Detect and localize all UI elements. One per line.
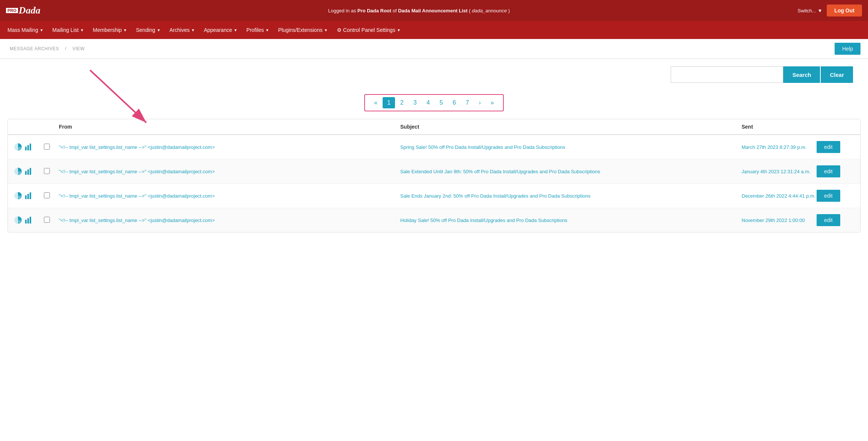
row-4-checkbox-cell	[44, 217, 59, 224]
help-button[interactable]: Help	[835, 43, 860, 55]
pagination-page-2-button[interactable]: 2	[396, 97, 408, 108]
row-2-subject: Sale Extended Until Jan 9th: 50% off Pro…	[400, 169, 742, 174]
nav-control-panel-label: Control Panel Settings	[343, 27, 395, 33]
bar-chart-icon[interactable]	[24, 167, 33, 176]
pagination-page-7-button[interactable]: 7	[461, 97, 474, 108]
header-login-info: Logged in as Pro Dada Root of Dada Mail …	[328, 8, 510, 14]
login-list: Dada Mail Announcement List	[398, 8, 467, 14]
login-of: of	[391, 8, 398, 14]
search-button[interactable]: Search	[783, 66, 820, 83]
nav-mailing-list-label: Mailing List	[53, 27, 79, 33]
table-header: From Subject Sent	[8, 119, 860, 135]
row-1-sent: March 27th 2023 8:27:39 p.m.	[742, 144, 817, 150]
row-2-checkbox-cell	[44, 168, 59, 175]
clear-button[interactable]: Clear	[821, 66, 853, 83]
row-1-edit-button[interactable]: edit	[817, 141, 840, 153]
header-sent: Sent	[742, 124, 817, 130]
nav-item-control-panel[interactable]: ⚙ Control Panel Settings ▼	[332, 21, 405, 39]
row-4-icons	[14, 216, 44, 224]
row-4-from: "<!-- tmpl_var list_settings.list_name -…	[59, 218, 400, 223]
nav-gear-icon: ⚙	[337, 27, 342, 33]
row-3-subject: Sale Ends January 2nd: 50% off Pro Dada …	[400, 193, 742, 199]
nav-membership-label: Membership	[93, 27, 122, 33]
nav-item-archives[interactable]: Archives ▼	[165, 21, 200, 39]
table-row: "<!-- tmpl_var list_settings.list_name -…	[8, 208, 860, 232]
bar-chart-icon[interactable]	[24, 143, 33, 151]
nav-sending-label: Sending	[136, 27, 155, 33]
row-1-subject: Spring Sale! 50% off Pro Dada Install/Up…	[400, 144, 742, 150]
nav-item-profiles[interactable]: Profiles ▼	[242, 21, 274, 39]
header-subject: Subject	[400, 124, 742, 130]
search-area: Search Clear	[0, 59, 868, 90]
pagination-page-5-button[interactable]: 5	[435, 97, 448, 108]
nav-item-sending[interactable]: Sending ▼	[131, 21, 165, 39]
logo: PRO Dada	[6, 5, 41, 16]
bar-chart-icon[interactable]	[24, 216, 33, 224]
nav-profiles-label: Profiles	[246, 27, 264, 33]
row-2-from: "<!-- tmpl_var list_settings.list_name -…	[59, 169, 400, 174]
svg-rect-3	[25, 147, 27, 150]
pie-chart-icon[interactable]	[14, 216, 22, 224]
logout-button[interactable]: Log Out	[827, 4, 862, 16]
breadcrumb-part2: VIEW	[72, 46, 85, 51]
header-from: From	[59, 124, 400, 130]
row-4-checkbox[interactable]	[44, 217, 50, 223]
svg-rect-12	[27, 194, 29, 199]
header-bar: PRO Dada Logged in as Pro Dada Root of D…	[0, 0, 868, 21]
svg-rect-15	[25, 220, 27, 224]
pagination-box: « 1 2 3 4 5 6 7 › »	[364, 94, 503, 111]
switch-button[interactable]: Switch... ▼	[797, 8, 822, 14]
login-code: dada_announce	[472, 8, 507, 14]
nav-item-membership[interactable]: Membership ▼	[89, 21, 132, 39]
svg-rect-17	[30, 217, 31, 224]
pie-chart-icon[interactable]	[14, 192, 22, 200]
row-1-icons	[14, 143, 44, 151]
row-2-edit-button[interactable]: edit	[817, 165, 840, 177]
header-icons-col	[14, 124, 44, 130]
row-2-edit-cell: edit	[817, 165, 854, 177]
row-4-subject: Holiday Sale! 50% off Pro Dada Install/U…	[400, 218, 742, 223]
nav-item-mass-mailing[interactable]: Mass Mailing ▼	[3, 21, 48, 39]
breadcrumb-separator: /	[65, 46, 66, 51]
pagination-page-6-button[interactable]: 6	[448, 97, 461, 108]
pagination-page-1-button[interactable]: 1	[383, 97, 395, 108]
row-4-edit-cell: edit	[817, 214, 854, 226]
nav-mailing-list-chevron-icon: ▼	[80, 28, 84, 32]
pagination-page-3-button[interactable]: 3	[409, 97, 421, 108]
nav-plugins-chevron-icon: ▼	[324, 28, 328, 32]
table-row: "<!-- tmpl_var list_settings.list_name -…	[8, 159, 860, 184]
svg-rect-4	[27, 145, 29, 150]
row-2-checkbox[interactable]	[44, 168, 50, 174]
nav-item-mailing-list[interactable]: Mailing List ▼	[48, 21, 89, 39]
nav-mass-mailing-chevron-icon: ▼	[40, 28, 44, 32]
bar-chart-icon[interactable]	[24, 192, 33, 200]
row-2-sent: January 4th 2023 12:31:24 a.m.	[742, 169, 817, 174]
pagination-first-button[interactable]: «	[369, 97, 382, 108]
row-1-checkbox[interactable]	[44, 144, 50, 150]
pagination-last-button[interactable]: »	[486, 97, 499, 108]
row-3-checkbox[interactable]	[44, 192, 50, 198]
switch-label: Switch...	[797, 8, 816, 14]
svg-rect-16	[27, 218, 29, 224]
nav-mass-mailing-label: Mass Mailing	[8, 27, 38, 33]
nav-item-plugins[interactable]: Plugins/Extensions ▼	[273, 21, 332, 39]
row-3-edit-button[interactable]: edit	[817, 190, 840, 202]
row-3-edit-cell: edit	[817, 190, 854, 202]
nav-item-appearance[interactable]: Appearance ▼	[199, 21, 242, 39]
breadcrumb-part1: MESSAGE ARCHIVES	[10, 46, 59, 51]
nav-archives-chevron-icon: ▼	[191, 28, 195, 32]
header-checkbox-col	[44, 124, 59, 130]
switch-chevron-icon: ▼	[817, 8, 822, 14]
login-user: Pro Dada Root	[357, 8, 391, 14]
nav-archives-label: Archives	[170, 27, 190, 33]
search-input[interactable]	[671, 66, 783, 83]
login-code-prefix: (	[467, 8, 472, 14]
pie-chart-icon[interactable]	[14, 143, 22, 151]
row-4-edit-button[interactable]: edit	[817, 214, 840, 226]
pie-chart-icon[interactable]	[14, 167, 22, 176]
pagination-wrapper: « 1 2 3 4 5 6 7 › »	[0, 94, 868, 111]
table-row: "<!-- tmpl_var list_settings.list_name -…	[8, 184, 860, 208]
pagination-page-4-button[interactable]: 4	[422, 97, 434, 108]
login-code-suffix: )	[507, 8, 510, 14]
pagination-next-button[interactable]: ›	[475, 97, 485, 108]
